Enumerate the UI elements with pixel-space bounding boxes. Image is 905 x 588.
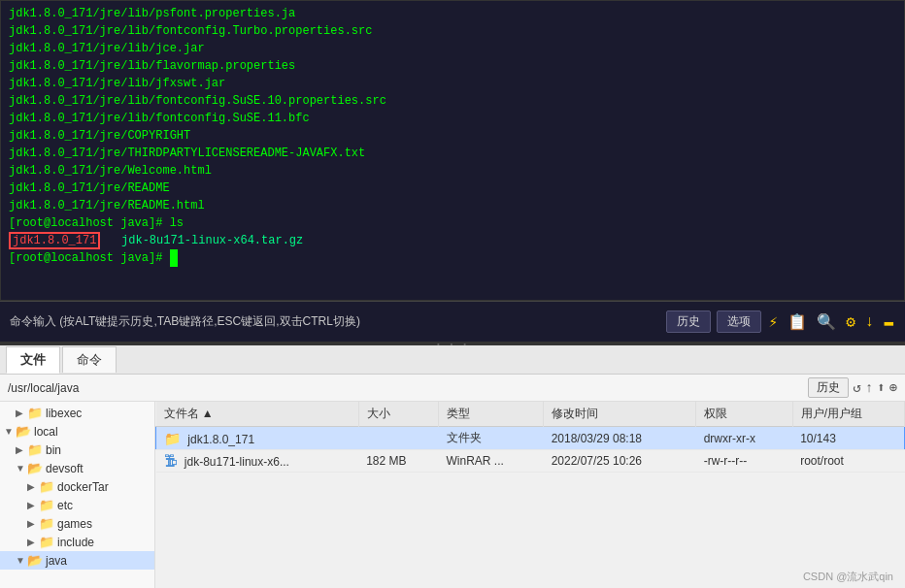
table-row[interactable]: 📁 jdk1.8.0_171 文件夹 2018/03/29 08:18 drwx… (156, 427, 905, 450)
terminal-prompt: [root@localhost java]# (9, 249, 896, 267)
rar-icon: 🗜 (164, 453, 178, 469)
folder-icon: 📁 (27, 406, 43, 420)
terminal-line: jdk1.8.0_171/jre/lib/fontconfig.SuSE.10.… (9, 92, 896, 110)
current-path: /usr/local/java (8, 381, 802, 395)
col-owner[interactable]: 用户/用户组 (792, 402, 904, 427)
folder-icon: 📁 (39, 535, 54, 549)
sidebar-item-label: java (46, 554, 67, 568)
history-button[interactable]: 历史 (666, 310, 711, 333)
new-folder-icon[interactable]: ⊕ (889, 379, 897, 396)
file-type-cell: 文件夹 (439, 427, 544, 450)
file-permissions-cell: drwxr-xr-x (696, 427, 793, 450)
folder-icon: 📁 (39, 516, 54, 531)
file-name-cell: 🗜 jdk-8u171-linux-x6... (156, 450, 359, 473)
file-modified-cell: 2022/07/25 10:26 (544, 450, 696, 473)
sidebar-item-devsoft[interactable]: ▼ 📂 devsoft (0, 459, 154, 477)
file-permissions-cell: -rw-r--r-- (696, 450, 793, 473)
upload-icon[interactable]: ↑ (865, 380, 873, 396)
terminal-ls-result: jdk1.8.0_171 jdk-8u171-linux-x64.tar.gz (9, 232, 896, 249)
sidebar-item-label: include (57, 536, 94, 549)
file-size-cell (358, 427, 438, 450)
select-button[interactable]: 选项 (717, 310, 761, 333)
toolbar-history-button[interactable]: 历史 (808, 377, 849, 398)
file-size-cell: 182 MB (358, 450, 438, 473)
arrow-icon: ▼ (4, 426, 16, 437)
copy-icon[interactable]: 📋 (788, 312, 807, 332)
sidebar-item-local[interactable]: ▼ 📂 local (0, 422, 154, 441)
arrow-icon: ▶ (27, 518, 39, 529)
sidebar-item-dockertar[interactable]: ▶ 📁 dockerTar (0, 477, 154, 496)
file-name: jdk-8u171-linux-x6... (184, 455, 289, 469)
file-owner-cell: root/root (792, 450, 904, 473)
file-sidebar[interactable]: ▶ 📁 libexec ▼ 📂 local ▶ 📁 bin ▼ 📂 devsof… (0, 402, 155, 588)
lightning-icon: ⚡ (769, 312, 779, 332)
tab-files[interactable]: 文件 (6, 346, 60, 374)
toolbar-right: 历史 ↺ ↑ ⬆ ⊕ (808, 377, 897, 398)
file-modified-cell: 2018/03/29 08:18 (544, 427, 696, 450)
tab-bar: 文件 命令 (0, 345, 905, 375)
terminal-line: jdk1.8.0_171/jre/lib/jfxswt.jar (9, 75, 896, 92)
jdk-folder-highlight: jdk1.8.0_171 (9, 232, 100, 249)
sidebar-item-label: dockerTar (57, 480, 109, 494)
col-size[interactable]: 大小 (358, 402, 438, 427)
file-name-cell: 📁 jdk1.8.0_171 (156, 427, 359, 450)
col-modified[interactable]: 修改时间 (544, 402, 696, 427)
terminal-line: jdk1.8.0_171/jre/lib/jce.jar (9, 40, 896, 57)
col-filename[interactable]: 文件名 ▲ (156, 402, 359, 427)
file-type-cell: WinRAR ... (439, 450, 544, 473)
terminal-line: jdk1.8.0_171/jre/COPYRIGHT (9, 127, 896, 145)
terminal-line: jdk1.8.0_171/jre/lib/fontconfig.Turbo.pr… (9, 22, 896, 40)
sidebar-item-java[interactable]: ▼ 📂 java (0, 551, 154, 570)
sidebar-item-label: devsoft (46, 462, 84, 475)
terminal-line: jdk1.8.0_171/jre/README (9, 180, 896, 197)
sidebar-item-etc[interactable]: ▶ 📁 etc (0, 496, 154, 514)
terminal: jdk1.8.0_171/jre/lib/psfont.properties.j… (0, 0, 905, 301)
arrow-icon: ▼ (16, 555, 27, 566)
folder-up-icon[interactable]: ⬆ (877, 379, 885, 396)
arrow-icon: ▶ (27, 500, 39, 510)
sidebar-item-label: libexec (46, 407, 82, 420)
file-table: 文件名 ▲ 大小 类型 修改时间 权限 用户/用户组 📁 jdk1.8.0_17… (155, 402, 905, 473)
sidebar-item-label: games (57, 517, 92, 531)
terminal-line: jdk1.8.0_171/jre/lib/flavormap.propertie… (9, 57, 896, 75)
sidebar-item-games[interactable]: ▶ 📁 games (0, 514, 154, 533)
arrow-icon: ▶ (27, 481, 39, 492)
terminal-cursor (170, 249, 178, 267)
sidebar-item-libexec[interactable]: ▶ 📁 libexec (0, 404, 154, 422)
sidebar-item-bin[interactable]: ▶ 📁 bin (0, 441, 154, 459)
terminal-icon[interactable]: ▬ (884, 313, 893, 331)
search-icon[interactable]: 🔍 (817, 312, 836, 332)
file-name: jdk1.8.0_171 (187, 433, 254, 446)
col-permissions[interactable]: 权限 (696, 402, 793, 427)
watermark: CSDN @流水武qin (801, 570, 895, 584)
command-hint: 命令输入 (按ALT键提示历史,TAB键路径,ESC键返回,双击CTRL切换) (10, 313, 360, 330)
file-manager: 文件 命令 /usr/local/java 历史 ↺ ↑ ⬆ ⊕ ▶ 📁 lib… (0, 345, 905, 588)
terminal-ls-command: [root@localhost java]# ls (9, 214, 896, 232)
col-type[interactable]: 类型 (439, 402, 544, 427)
folder-icon: 📂 (16, 424, 31, 439)
folder-icon: 📂 (27, 553, 43, 568)
file-list[interactable]: 文件名 ▲ 大小 类型 修改时间 权限 用户/用户组 📁 jdk1.8.0_17… (155, 402, 905, 588)
folder-icon: 📂 (27, 461, 43, 475)
command-bar: 命令输入 (按ALT键提示历史,TAB键路径,ESC键返回,双击CTRL切换) … (0, 301, 905, 342)
folder-icon: 📁 (164, 431, 181, 446)
table-header-row: 文件名 ▲ 大小 类型 修改时间 权限 用户/用户组 (156, 402, 905, 427)
sidebar-item-label: local (34, 425, 58, 439)
sidebar-item-include[interactable]: ▶ 📁 include (0, 533, 154, 551)
arrow-icon: ▶ (16, 408, 27, 418)
file-toolbar: /usr/local/java 历史 ↺ ↑ ⬆ ⊕ (0, 375, 905, 402)
tab-command[interactable]: 命令 (62, 346, 117, 373)
terminal-line: jdk1.8.0_171/jre/README.html (9, 197, 896, 214)
table-row[interactable]: 🗜 jdk-8u171-linux-x6... 182 MB WinRAR ..… (156, 450, 905, 473)
arrow-icon: ▼ (16, 463, 27, 474)
gear-icon[interactable]: ⚙ (846, 312, 855, 332)
folder-icon: 📁 (39, 479, 54, 494)
arrow-icon: ▶ (27, 537, 39, 547)
download-icon[interactable]: ↓ (865, 313, 875, 331)
terminal-line: jdk1.8.0_171/jre/lib/fontconfig.SuSE.11.… (9, 110, 896, 127)
terminal-line: jdk1.8.0_171/jre/THIRDPARTYLICENSEREADME… (9, 145, 896, 162)
folder-icon: 📁 (39, 498, 54, 512)
command-bar-right: 历史 选项 ⚡ 📋 🔍 ⚙ ↓ ▬ (666, 310, 896, 333)
refresh-icon[interactable]: ↺ (853, 379, 860, 396)
arrow-icon: ▶ (16, 444, 27, 455)
